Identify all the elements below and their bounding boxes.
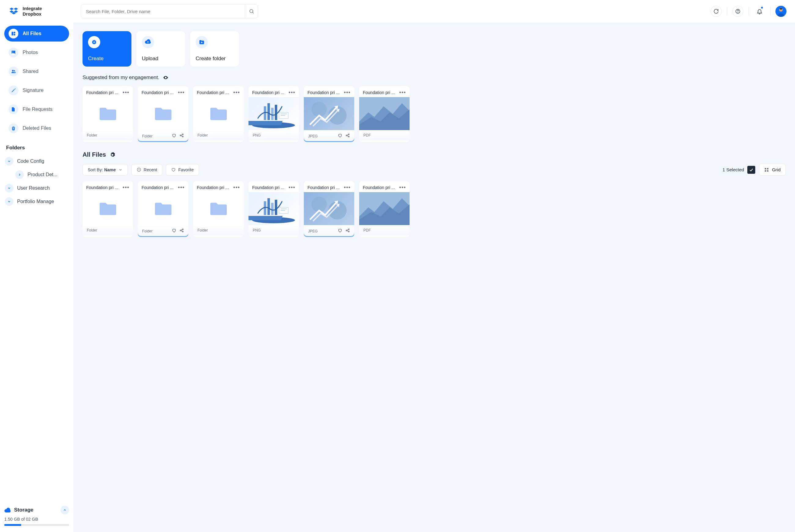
sidebar-item-signature[interactable]: Signature [4,82,69,98]
user-avatar[interactable] [775,6,787,17]
file-card[interactable]: Foundation pri ...•••PNG [249,181,299,237]
file-card[interactable]: Foundation pri ...•••Folder [83,86,133,142]
storage-collapse-button[interactable] [60,506,69,514]
file-type-label: PNG [253,228,295,232]
view-toggle[interactable]: Grid [759,164,786,176]
folder-plus-icon [196,36,208,48]
file-name: Foundation pri ... [363,90,395,95]
file-controls: Sort By: Name Recent Favorite 1 Selected [83,164,786,176]
svg-point-17 [12,70,14,72]
folder-item[interactable]: Portfolio Manage [4,195,69,208]
svg-rect-56 [249,216,283,220]
more-menu-icon[interactable]: ••• [233,90,240,95]
more-menu-icon[interactable]: ••• [123,185,129,190]
file-name: Foundation pri ... [197,90,229,95]
svg-rect-57 [264,201,266,215]
create-folder-button[interactable]: Create folder [190,31,239,66]
more-menu-icon[interactable]: ••• [233,185,240,190]
share-icon[interactable] [345,133,350,139]
file-card[interactable]: Foundation pri ...•••Folder [193,86,243,142]
file-card[interactable]: Foundation pri ...•••PDF [359,181,410,237]
folder-item[interactable]: Product Det... [4,168,69,182]
svg-rect-59 [271,203,274,215]
sidebar: All FilesPhotosSharedSignatureFile Reque… [0,23,73,532]
svg-rect-47 [767,168,769,170]
sidebar-item-label: File Requests [23,107,53,112]
file-icon [8,104,18,114]
svg-line-42 [347,134,348,135]
file-card[interactable]: Foundation pri ...•••Folder [138,86,188,142]
more-menu-icon[interactable]: ••• [344,185,350,190]
favorite-icon[interactable] [338,228,342,234]
file-card[interactable]: Foundation pri ...•••JPEG [304,181,354,237]
file-card[interactable]: Foundation pri ...•••JPEG [304,86,354,142]
gear-icon[interactable] [110,152,115,157]
svg-line-70 [347,231,348,231]
svg-rect-30 [264,106,266,120]
file-type-label: PNG [253,133,295,137]
favorite-button[interactable]: Favorite [166,164,199,176]
more-menu-icon[interactable]: ••• [178,185,185,190]
action-label: Upload [142,56,180,62]
share-icon[interactable] [345,228,350,234]
action-label: Create [88,56,126,62]
storage-section: Storage 1.50 GB of 02 GB [4,500,69,526]
favorite-icon[interactable] [338,133,342,139]
chevron-down-icon [5,157,14,166]
file-thumbnail [249,192,299,225]
share-icon[interactable] [179,228,184,234]
folder-icon [138,97,188,130]
sidebar-item-file-requests[interactable]: File Requests [4,101,69,117]
file-card[interactable]: Foundation pri ...•••Folder [83,181,133,237]
more-menu-icon[interactable]: ••• [123,90,129,95]
more-menu-icon[interactable]: ••• [289,185,295,190]
svg-point-18 [14,70,15,72]
folder-item[interactable]: Code Config [4,154,69,168]
sync-icon [713,8,719,14]
create-button[interactable]: Create [83,31,131,66]
chevron-right-icon [15,170,24,179]
folder-label: Portfolio Manage [17,199,54,204]
more-menu-icon[interactable]: ••• [344,90,350,95]
svg-rect-13 [14,32,15,33]
more-menu-icon[interactable]: ••• [178,90,185,95]
search-input[interactable] [81,9,245,14]
sidebar-item-deleted-files[interactable]: Deleted Files [4,120,69,136]
storage-bar-fill [4,524,21,526]
search-bar[interactable] [81,4,258,18]
svg-rect-11 [780,8,782,10]
favorite-icon[interactable] [172,133,176,139]
eye-icon[interactable] [163,75,168,80]
bell-icon [757,8,763,14]
file-card[interactable]: Foundation pri ...•••PNG [249,86,299,142]
help-button[interactable] [729,4,746,18]
notifications-button[interactable] [751,4,768,18]
svg-point-22 [165,77,166,78]
file-card[interactable]: Foundation pri ...•••Folder [138,181,188,237]
search-button[interactable] [245,5,258,18]
file-name: Foundation pri ... [252,185,284,190]
file-card[interactable]: Foundation pri ...•••PDF [359,86,410,142]
sidebar-item-photos[interactable]: Photos [4,44,69,60]
suggested-heading: Suggested from my engagement. [83,75,786,81]
recent-button[interactable]: Recent [131,164,162,176]
file-type-label: PDF [363,228,405,232]
sort-button[interactable]: Sort By: Name [83,164,128,176]
upload-button[interactable]: Upload [136,31,185,66]
svg-line-53 [181,229,182,230]
share-icon[interactable] [179,133,184,139]
favorite-icon[interactable] [172,228,176,234]
sidebar-item-all-files[interactable]: All Files [4,26,69,41]
search-icon [249,8,254,14]
folder-label: User Research [17,185,50,191]
folder-item[interactable]: User Research [4,182,69,195]
file-thumbnail [304,192,354,225]
selection-checkbox[interactable] [747,166,755,174]
sync-button[interactable] [708,4,724,18]
more-menu-icon[interactable]: ••• [399,185,406,190]
svg-rect-33 [275,105,277,120]
file-card[interactable]: Foundation pri ...•••Folder [193,181,243,237]
more-menu-icon[interactable]: ••• [289,90,295,95]
sidebar-item-shared[interactable]: Shared [4,63,69,79]
more-menu-icon[interactable]: ••• [399,90,406,95]
